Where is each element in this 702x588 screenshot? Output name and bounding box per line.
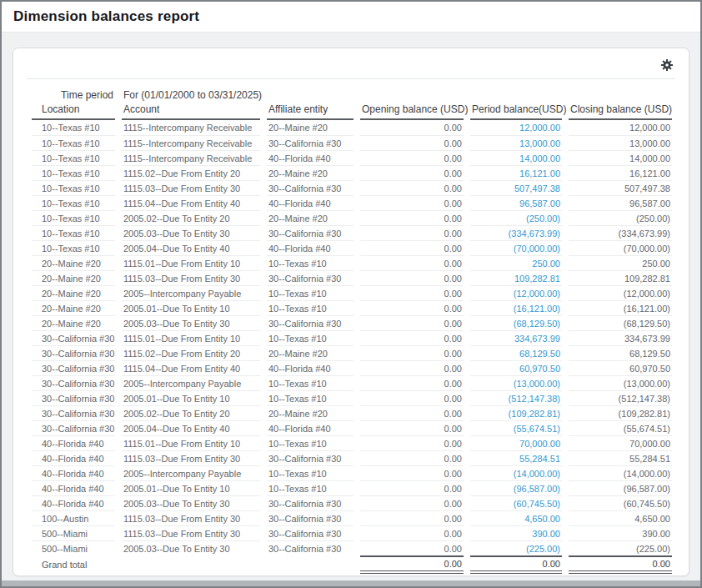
closing-balance-cell: (96,587.00) — [569, 480, 672, 495]
table-row: 20--Maine #20 2005--Intercompany Payable… — [32, 285, 672, 300]
period-balance-link[interactable]: (12,000.00) — [514, 289, 560, 299]
period-balance-link[interactable]: (512,147.38) — [509, 394, 560, 404]
period-balance-cell: (334,673.99) — [470, 225, 562, 240]
location-cell: 10--Texas #10 — [32, 120, 115, 135]
report-card: Time period For (01/01/2000 to 03/31/202… — [13, 48, 689, 576]
affiliate-entity-cell: 10--Texas #10 — [267, 480, 354, 495]
period-balance-link[interactable]: 507,497.38 — [514, 183, 560, 193]
affiliate-entity-cell: 30--California #30 — [267, 525, 354, 540]
closing-balance-cell: 334,673.99 — [569, 330, 672, 345]
period-balance-link[interactable]: (60,745.50) — [514, 499, 560, 509]
account-cell: 1115.03--Due From Entity 30 — [122, 180, 260, 195]
table-row: 10--Texas #10 1115.02--Due From Entity 2… — [32, 165, 672, 180]
period-balance-link[interactable]: (14,000.00) — [514, 469, 560, 479]
closing-balance-cell: 16,121.00 — [569, 165, 672, 180]
table-row: 40--Florida #40 2005.03--Due To Entity 3… — [32, 495, 672, 510]
period-balance-link[interactable]: (13,000.00) — [514, 379, 560, 389]
table-row: 10--Texas #10 1115--Intercompany Receiva… — [32, 150, 672, 165]
opening-balance-cell: 0.00 — [360, 495, 464, 510]
affiliate-entity-cell: 30--California #30 — [267, 135, 354, 150]
period-balance-link[interactable]: (55,674.51) — [514, 424, 560, 434]
period-balance-link[interactable]: (70,000.00) — [514, 244, 560, 254]
location-cell: 30--California #30 — [32, 345, 115, 360]
table-row: 10--Texas #10 1115--Intercompany Receiva… — [32, 135, 672, 150]
affiliate-entity-cell: 10--Texas #10 — [267, 435, 354, 450]
period-balance-link[interactable]: (16,121.00) — [514, 304, 560, 314]
closing-balance-cell: 507,497.38 — [569, 180, 672, 195]
location-cell: 40--Florida #40 — [32, 465, 115, 480]
period-balance-link[interactable]: (68,129.50) — [514, 319, 560, 329]
period-balance-cell: (55,674.51) — [470, 420, 562, 435]
period-balance-link[interactable]: (250.00) — [526, 214, 560, 224]
location-cell: 40--Florida #40 — [32, 435, 115, 450]
period-balance-link[interactable]: 96,587.00 — [519, 199, 560, 209]
period-balance-cell: 68,129.50 — [470, 345, 562, 360]
settings-button[interactable] — [659, 58, 675, 74]
affiliate-entity-cell: 40--Florida #40 — [267, 195, 354, 210]
period-balance-cell: (60,745.50) — [470, 495, 562, 510]
column-header-account: Account — [122, 102, 260, 120]
period-balance-link[interactable]: 109,282.81 — [514, 274, 560, 284]
opening-balance-cell: 0.00 — [360, 375, 464, 390]
report-page: Time period For (01/01/2000 to 03/31/202… — [2, 33, 700, 580]
affiliate-entity-cell: 30--California #30 — [267, 315, 354, 330]
period-balance-link[interactable]: 13,000.00 — [519, 138, 560, 148]
window-bottom-edge — [2, 580, 700, 586]
location-cell: 100--Austin — [32, 510, 115, 525]
closing-balance-cell: 250.00 — [569, 255, 672, 270]
period-balance-cell: 12,000.00 — [470, 120, 562, 135]
period-balance-link[interactable]: 4,650.00 — [524, 514, 560, 524]
opening-balance-cell: 0.00 — [360, 330, 464, 345]
affiliate-entity-cell: 10--Texas #10 — [267, 465, 354, 480]
period-balance-link[interactable]: 55,284.51 — [519, 454, 560, 464]
table-row: 10--Texas #10 2005.04--Due To Entity 40 … — [32, 240, 672, 255]
table-row: 40--Florida #40 2005--Intercompany Payab… — [32, 465, 672, 480]
period-balance-cell: 507,497.38 — [470, 180, 562, 195]
period-balance-link[interactable]: (109,282.81) — [509, 409, 560, 419]
affiliate-entity-cell: 30--California #30 — [267, 495, 354, 510]
table-row: 30--California #30 2005.02--Due To Entit… — [32, 405, 672, 420]
affiliate-entity-cell: 30--California #30 — [267, 270, 354, 285]
period-balance-link[interactable]: 68,129.50 — [519, 349, 560, 359]
closing-balance-cell: 390.00 — [569, 525, 672, 540]
period-balance-cell: 109,282.81 — [470, 270, 562, 285]
period-balance-link[interactable]: 60,970.50 — [519, 364, 560, 374]
period-balance-link[interactable]: 70,000.00 — [519, 439, 560, 449]
closing-balance-cell: (225.00) — [569, 540, 672, 555]
period-balance-cell: 4,650.00 — [470, 510, 562, 525]
location-cell: 20--Maine #20 — [32, 315, 115, 330]
table-row: 30--California #30 1115.01--Due From Ent… — [32, 330, 672, 345]
opening-balance-cell: 0.00 — [360, 285, 464, 300]
period-balance-cell: (512,147.38) — [470, 390, 562, 405]
affiliate-entity-cell: 10--Texas #10 — [267, 285, 354, 300]
affiliate-entity-cell: 20--Maine #20 — [267, 120, 354, 135]
period-balance-link[interactable]: 12,000.00 — [519, 123, 560, 133]
account-cell: 2005.03--Due To Entity 30 — [122, 315, 260, 330]
affiliate-entity-cell: 10--Texas #10 — [267, 300, 354, 315]
opening-balance-cell: 0.00 — [360, 255, 464, 270]
affiliate-entity-cell: 10--Texas #10 — [267, 255, 354, 270]
table-row: 20--Maine #20 1115.01--Due From Entity 1… — [32, 255, 672, 270]
table-row: 30--California #30 1115.02--Due From Ent… — [32, 345, 672, 360]
account-cell: 2005.03--Due To Entity 30 — [122, 225, 260, 240]
affiliate-entity-cell: 40--Florida #40 — [267, 240, 354, 255]
closing-balance-cell: (70,000.00) — [569, 240, 672, 255]
period-balance-cell: (13,000.00) — [470, 375, 562, 390]
period-balance-link[interactable]: (96,587.00) — [514, 484, 560, 494]
table-row: 40--Florida #40 1115.03--Due From Entity… — [32, 450, 672, 465]
opening-balance-cell: 0.00 — [360, 315, 464, 330]
period-balance-link[interactable]: 390.00 — [532, 529, 560, 539]
opening-balance-cell: 0.00 — [360, 450, 464, 465]
period-balance-link[interactable]: 16,121.00 — [519, 168, 560, 178]
period-balance-link[interactable]: 250.00 — [532, 259, 560, 269]
period-balance-link[interactable]: (334,673.99) — [509, 229, 560, 239]
closing-balance-cell: 12,000.00 — [569, 120, 672, 135]
period-balance-link[interactable]: 14,000.00 — [519, 153, 560, 163]
opening-balance-cell: 0.00 — [360, 210, 464, 225]
account-cell: 1115.02--Due From Entity 20 — [122, 345, 260, 360]
affiliate-entity-cell: 20--Maine #20 — [267, 345, 354, 360]
account-cell: 2005--Intercompany Payable — [122, 285, 260, 300]
period-balance-cell: (225.00) — [470, 540, 562, 555]
period-balance-link[interactable]: (225.00) — [526, 544, 560, 554]
period-balance-link[interactable]: 334,673.99 — [514, 334, 560, 344]
